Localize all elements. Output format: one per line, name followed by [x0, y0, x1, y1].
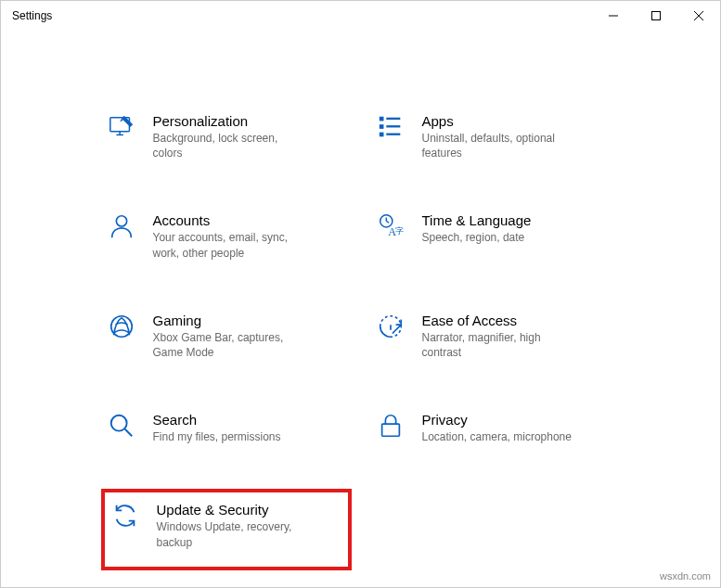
settings-grid: Personalization Background, lock screen,…	[101, 109, 621, 570]
tile-text: Gaming Xbox Game Bar, captures, Game Mod…	[153, 313, 346, 360]
window-title: Settings	[12, 9, 52, 22]
watermark: wsxdn.com	[660, 570, 711, 582]
tile-text: Privacy Location, camera, microphone	[422, 412, 615, 444]
svg-rect-11	[379, 133, 383, 137]
titlebar: Settings	[1, 1, 720, 31]
tile-desc: Your accounts, email, sync, work, other …	[153, 230, 311, 260]
tile-ease-of-access[interactable]: Ease of Access Narrator, magnifier, high…	[370, 309, 621, 364]
window-controls	[592, 1, 720, 31]
close-button[interactable]	[677, 1, 720, 31]
tile-search[interactable]: Search Find my files, permissions	[101, 408, 352, 448]
tile-privacy[interactable]: Privacy Location, camera, microphone	[370, 408, 621, 448]
tile-desc: Narrator, magnifier, high contrast	[422, 330, 580, 360]
tile-title: Search	[153, 412, 346, 428]
tile-title: Time & Language	[422, 212, 615, 228]
svg-line-16	[386, 222, 389, 224]
tile-title: Personalization	[153, 113, 346, 129]
tile-title: Accounts	[153, 212, 346, 228]
tile-text: Time & Language Speech, region, date	[422, 212, 615, 245]
svg-rect-1	[652, 12, 661, 20]
accounts-icon	[107, 212, 136, 242]
svg-point-13	[116, 216, 126, 226]
tile-title: Ease of Access	[422, 313, 615, 328]
tile-desc: Background, lock screen, colors	[153, 131, 311, 160]
svg-point-22	[110, 415, 126, 431]
gaming-icon	[107, 313, 136, 342]
svg-line-23	[124, 429, 132, 437]
svg-text:字: 字	[394, 226, 403, 236]
tile-title: Update & Security	[157, 502, 342, 518]
personalization-icon	[107, 113, 136, 143]
tile-accounts[interactable]: Accounts Your accounts, email, sync, wor…	[101, 209, 352, 263]
tile-text: Ease of Access Narrator, magnifier, high…	[422, 313, 615, 360]
settings-content: Personalization Background, lock screen,…	[1, 31, 720, 570]
maximize-button[interactable]	[635, 1, 677, 31]
tile-desc: Find my files, permissions	[153, 429, 311, 444]
svg-rect-9	[379, 124, 383, 129]
time-language-icon: A 字	[376, 212, 406, 242]
svg-rect-7	[379, 117, 383, 121]
update-security-icon	[110, 502, 140, 531]
svg-rect-24	[381, 424, 399, 436]
tile-time-language[interactable]: A 字 Time & Language Speech, region, date	[370, 209, 621, 263]
svg-rect-8	[386, 118, 400, 120]
tile-text: Personalization Background, lock screen,…	[153, 113, 346, 160]
tile-text: Apps Uninstall, defaults, optional featu…	[422, 113, 615, 160]
ease-of-access-icon	[376, 313, 406, 342]
tile-gaming[interactable]: Gaming Xbox Game Bar, captures, Game Mod…	[101, 309, 352, 364]
tile-apps[interactable]: Apps Uninstall, defaults, optional featu…	[370, 109, 621, 164]
tile-desc: Windows Update, recovery, backup	[157, 519, 315, 549]
tile-title: Privacy	[422, 412, 615, 428]
svg-rect-10	[386, 125, 400, 127]
privacy-icon	[376, 412, 406, 441]
tile-update-security[interactable]: Update & Security Windows Update, recove…	[101, 489, 352, 569]
tile-desc: Location, camera, microphone	[422, 429, 580, 444]
tile-desc: Xbox Game Bar, captures, Game Mode	[153, 330, 311, 360]
tile-title: Apps	[422, 113, 615, 129]
tile-text: Update & Security Windows Update, recove…	[157, 502, 342, 549]
tile-text: Search Find my files, permissions	[153, 412, 346, 444]
minimize-button[interactable]	[592, 1, 635, 31]
apps-icon	[376, 113, 406, 143]
tile-desc: Speech, region, date	[422, 230, 580, 245]
tile-desc: Uninstall, defaults, optional features	[422, 131, 580, 160]
search-icon	[107, 412, 136, 441]
svg-rect-12	[386, 134, 400, 135]
tile-title: Gaming	[153, 313, 346, 328]
tile-text: Accounts Your accounts, email, sync, wor…	[153, 212, 346, 260]
tile-personalization[interactable]: Personalization Background, lock screen,…	[101, 109, 352, 164]
